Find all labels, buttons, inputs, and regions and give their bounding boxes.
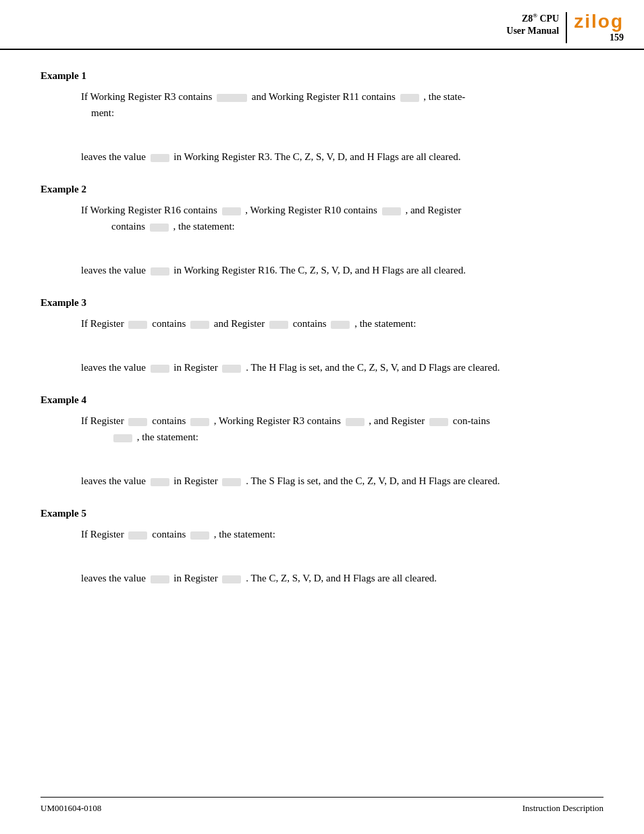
ex1-result-text: in Working Register R3. The C, Z, S, V, …	[173, 151, 460, 162]
ex2-mid2: , and Register	[405, 205, 461, 215]
ex3-intro-text: If Register	[81, 318, 124, 329]
ex4-placeholder-2	[190, 418, 209, 426]
ex4-placeholder-3	[346, 418, 365, 426]
example-4-body: If Register contains , Working Register …	[41, 413, 603, 489]
zilog-logo: zilog	[574, 12, 624, 31]
ex5-result-placeholder2	[222, 575, 241, 583]
example-1-body: If Working Register R3 contains and Work…	[41, 88, 603, 165]
ex2-placeholder-2	[382, 207, 401, 215]
ex5-intro-text: If Register	[81, 529, 124, 540]
example-3-block: Example 3 If Register contains and Regis…	[41, 297, 603, 375]
ex3-result-label: leaves the value	[81, 362, 146, 373]
example-2-result: leaves the value in Working Register R16…	[81, 262, 603, 278]
ex3-placeholder-3	[269, 321, 288, 329]
example-1-intro: If Working Register R3 contains and Work…	[81, 88, 603, 121]
example-4-intro: If Register contains , Working Register …	[81, 413, 603, 445]
ex4-result-label: leaves the value	[81, 475, 146, 486]
ex4-mid1: contains	[152, 415, 186, 426]
ex3-result-placeholder1	[151, 365, 169, 373]
example-2-heading: Example 2	[41, 184, 603, 195]
example-5-result: leaves the value in Register . The C, Z,…	[81, 570, 603, 586]
example-4-heading: Example 4	[41, 394, 603, 406]
example-5-body: If Register contains , the statement: le…	[41, 526, 603, 586]
ex4-result-text: in Register	[173, 475, 217, 486]
footer-section-title: Instruction Description	[522, 803, 603, 814]
example-3-heading: Example 3	[41, 297, 603, 309]
example-2-block: Example 2 If Working Register R16 contai…	[41, 184, 603, 278]
document-title: Z8® CPU User Manual	[506, 12, 559, 37]
ex2-mid3: contains	[111, 221, 145, 232]
example-2-body: If Working Register R16 contains , Worki…	[41, 202, 603, 278]
ex1-result-placeholder	[151, 154, 169, 162]
ex4-placeholder-5	[113, 434, 132, 442]
ex5-result-label: leaves the value	[81, 573, 146, 583]
ex4-result-placeholder1	[151, 478, 169, 486]
ex3-result-placeholder2	[222, 365, 241, 373]
ex5-result-text2: . The C, Z, S, V, D, and H Flags are all…	[246, 573, 437, 583]
ex4-placeholder-4	[429, 418, 448, 426]
ex3-placeholder-1	[128, 321, 147, 329]
ex3-code	[101, 338, 603, 353]
ex3-placeholder-2	[190, 321, 209, 329]
title-sup: ®	[533, 12, 537, 19]
ex5-placeholder-2	[190, 531, 209, 540]
example-2-intro: If Working Register R16 contains , Worki…	[81, 202, 603, 234]
ex4-result-text2: . The S Flag is set, and the C, Z, V, D,…	[246, 475, 500, 486]
ex1-intro-text: If Working Register R3 contains	[81, 91, 212, 102]
ex1-and-part: and Working Register R11 contains	[252, 91, 396, 102]
ex3-end: , the statement:	[354, 318, 416, 329]
ex4-intro-text: If Register	[81, 415, 124, 426]
ex2-intro-text: If Working Register R16 contains	[81, 205, 217, 215]
ex3-mid1: contains	[152, 318, 186, 329]
ex2-placeholder-1	[222, 207, 241, 215]
example-5-block: Example 5 If Register contains , the sta…	[41, 508, 603, 586]
ex3-placeholder-4	[331, 321, 350, 329]
ex3-result-text: in Register	[173, 362, 217, 373]
ex4-code	[101, 452, 603, 466]
example-3-body: If Register contains and Register contai…	[41, 315, 603, 375]
ex1-placeholder-1	[217, 94, 247, 102]
ex2-placeholder-3	[150, 224, 169, 232]
ex5-code	[101, 549, 603, 563]
ex5-placeholder-1	[128, 531, 147, 540]
page-footer: UM001604-0108 Instruction Description	[41, 797, 603, 814]
ex1-placeholder-2	[400, 94, 419, 102]
header-text: Z8® CPU User Manual	[506, 12, 559, 37]
ex4-result-placeholder2	[222, 478, 241, 486]
ex5-mid1: contains	[152, 529, 186, 540]
title-z8: Z8	[522, 14, 533, 24]
main-content: Example 1 If Working Register R3 contain…	[0, 57, 644, 646]
example-5-intro: If Register contains , the statement:	[81, 526, 603, 542]
ex5-result-text: in Register	[173, 573, 217, 583]
logo-block: zilog 159	[566, 12, 624, 43]
example-1-block: Example 1 If Working Register R3 contain…	[41, 70, 603, 165]
ex2-result-text: in Working Register R16. The C, Z, S, V,…	[173, 265, 466, 276]
example-1-heading: Example 1	[41, 70, 603, 82]
ex3-mid2: and Register	[214, 318, 265, 329]
example-3-intro: If Register contains and Register contai…	[81, 315, 603, 332]
page-container: Z8® CPU User Manual zilog 159 Example 1 …	[0, 0, 644, 834]
ex4-mid3: , and Register	[369, 415, 425, 426]
title-user-manual: User Manual	[506, 26, 559, 36]
ex2-result-placeholder	[151, 267, 169, 276]
ex2-end: , the statement:	[173, 221, 235, 232]
ex2-mid1: , Working Register R10 contains	[245, 205, 377, 215]
ex2-result-label: leaves the value	[81, 265, 146, 276]
page-header: Z8® CPU User Manual zilog 159	[0, 0, 644, 50]
example-5-heading: Example 5	[41, 508, 603, 519]
ex3-mid3: contains	[293, 318, 327, 329]
ex4-mid2: , Working Register R3 contains	[214, 415, 341, 426]
ex4-end: , the statement:	[137, 432, 198, 442]
footer-doc-number: UM001604-0108	[41, 803, 101, 814]
ex2-code	[101, 241, 603, 255]
ex5-result-placeholder1	[151, 575, 169, 583]
ex5-end: , the statement:	[214, 529, 275, 540]
example-1-result: leaves the value in Working Register R3.…	[81, 149, 603, 165]
example-3-result: leaves the value in Register . The H Fla…	[81, 359, 603, 375]
page-number: 159	[610, 32, 624, 43]
example-4-result: leaves the value in Register . The S Fla…	[81, 473, 603, 489]
title-cpu: CPU	[539, 14, 559, 24]
ex1-result-label: leaves the value	[81, 151, 146, 162]
ex3-result-text2: . The H Flag is set, and the C, Z, S, V,…	[246, 362, 500, 373]
ex4-placeholder-1	[128, 418, 147, 426]
